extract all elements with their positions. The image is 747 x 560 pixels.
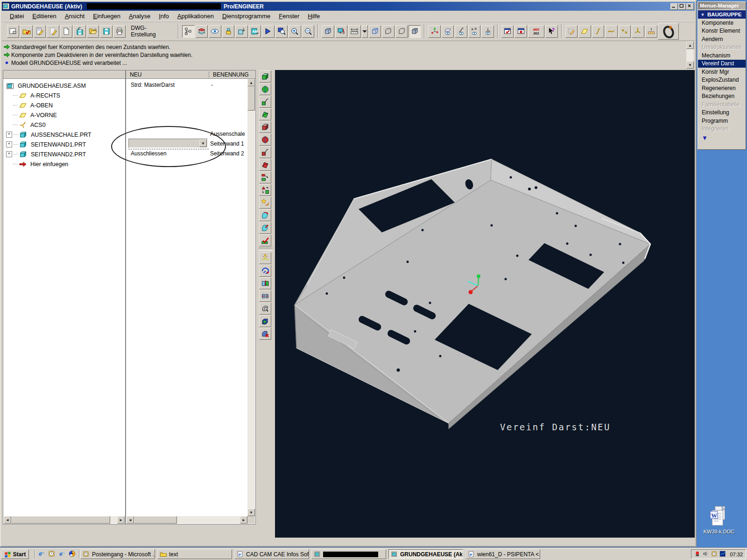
scroll-thumb[interactable] <box>247 86 255 111</box>
task-button-3[interactable] <box>311 549 386 559</box>
datum-plane-tool-button[interactable] <box>578 25 591 38</box>
component-move-tool-button[interactable] <box>259 302 271 315</box>
columns-horizontal-scrollbar[interactable]: ◄ ► <box>127 516 247 524</box>
scroll-right-button[interactable]: ► <box>117 516 125 524</box>
edit-trail-button[interactable] <box>34 25 46 38</box>
task-button-0[interactable]: Posteingang - Microsoft ... <box>80 549 155 559</box>
tree-item-grundgehaeuse-asm[interactable]: GRUNDGEHAEUSE.ASM <box>3 81 125 91</box>
graphics-viewport[interactable]: Vereinf Darst:NEU <box>275 70 695 538</box>
menu-ansicht[interactable]: Ansicht <box>61 12 89 21</box>
no-hidden-button[interactable] <box>395 25 408 38</box>
model-tree-toggle-button[interactable] <box>182 25 194 38</box>
menu-item-vereinf-darst[interactable]: Vereinf Darst <box>698 60 746 68</box>
datum-csys-display-button[interactable] <box>481 25 493 38</box>
menu-hilfe[interactable]: Hilfe <box>303 12 324 21</box>
title-bar[interactable]: GRUNDGEHAEUSE (Aktiv) Pro/ENGINEER <box>2 2 695 11</box>
component-connect-tool-button[interactable] <box>259 290 271 302</box>
shaded-button[interactable] <box>409 25 421 38</box>
task-button-2[interactable]: eCAD CAM CAE Infos Soft... <box>234 549 309 559</box>
component-datum-tool-button[interactable] <box>259 252 271 264</box>
blend-cut-tool-button[interactable] <box>259 159 271 171</box>
tray-reminder-icon[interactable] <box>711 551 718 558</box>
menu-applikationen[interactable]: Applikationen <box>173 12 218 21</box>
context-help-button[interactable]: ? <box>545 25 557 38</box>
tray-volume-icon[interactable] <box>703 551 710 558</box>
orient-saved-views-button[interactable] <box>235 25 247 38</box>
message-scrollbar[interactable]: ▲ ▼ <box>686 42 694 69</box>
add-component-tool-button[interactable] <box>259 265 271 277</box>
media-player-icon[interactable] <box>69 550 77 558</box>
expand-button[interactable]: + <box>6 141 12 147</box>
menu-item-programm[interactable]: Programm <box>698 117 746 125</box>
tree-item-aussenschale-prt[interactable]: +AUSSENSCHALE.PRT <box>3 130 125 140</box>
new-file-button[interactable] <box>60 25 72 38</box>
tray-network-icon[interactable] <box>719 551 726 558</box>
close-button[interactable] <box>686 3 694 10</box>
menu-datei[interactable]: Datei <box>6 12 28 21</box>
blend-tool-button[interactable] <box>259 108 271 120</box>
start-button[interactable]: Start <box>1 549 29 559</box>
scroll-thumb[interactable] <box>11 516 110 524</box>
menu-fenster[interactable]: Fenster <box>275 12 303 21</box>
tree-item-a-oben[interactable]: A-OBEN <box>3 100 125 110</box>
outlook-launch-icon[interactable] <box>48 550 56 558</box>
menu-item-einstellung[interactable]: Einstellung <box>698 109 746 117</box>
analysis-measure-button[interactable] <box>645 25 657 38</box>
component-delete-tool-button[interactable] <box>259 328 271 340</box>
spin-center-button[interactable] <box>428 25 440 38</box>
maximize-button[interactable] <box>678 3 686 10</box>
scroll-down-button[interactable]: ▼ <box>686 61 694 69</box>
decimal-places-button[interactable]: .001.002 <box>528 25 544 38</box>
scroll-left-button[interactable]: ◄ <box>4 516 11 524</box>
menu-info[interactable]: Info <box>155 12 173 21</box>
scroll-thumb[interactable] <box>134 516 177 524</box>
flexible-move-tool-button[interactable] <box>259 209 271 221</box>
scroll-left-button[interactable]: ◄ <box>127 516 134 524</box>
internet-explorer-icon[interactable]: e <box>38 550 46 558</box>
desktop-icon-kw39[interactable]: W KW39-k.DOC <box>700 506 738 534</box>
zoom-region-button[interactable] <box>275 25 288 38</box>
datum-axis-display-button[interactable] <box>455 25 467 38</box>
tree-item-a-rechts[interactable]: A-RECHTS <box>3 91 125 100</box>
print-button[interactable] <box>113 25 126 38</box>
set-working-directory-button[interactable] <box>20 25 32 38</box>
combobox-dropdown-button[interactable]: ▼ <box>199 140 207 147</box>
appearance-button[interactable]: AB <box>249 25 261 38</box>
representation-combobox[interactable]: ▼ <box>128 139 208 148</box>
copy-feature-tool-button[interactable] <box>259 171 271 183</box>
tree-item-acs0[interactable]: ACS0 <box>3 120 125 130</box>
measure-button[interactable] <box>348 25 360 38</box>
menu-item-aendern[interactable]: Aendern <box>698 35 746 43</box>
pattern-tool-button[interactable] <box>259 184 271 196</box>
erase-not-displayed-button[interactable] <box>47 25 59 38</box>
columns-vertical-scrollbar[interactable]: ▲ ▼ <box>247 79 255 516</box>
menu-analyse[interactable]: Analyse <box>125 12 155 21</box>
tree-item-hier-einfuegen[interactable]: Hier einfuegen <box>3 159 125 169</box>
menu-item-komponente[interactable]: Komponente <box>698 19 746 27</box>
scroll-up-button[interactable]: ▲ <box>686 42 694 49</box>
refit-button[interactable] <box>322 25 334 38</box>
flexible-attach-tool-button[interactable] <box>259 222 271 234</box>
column-header-neu[interactable]: NEU <box>126 71 209 78</box>
menue-manager-titlebar[interactable]: Menue-Manager <box>698 2 746 9</box>
menu-dienstprogramme[interactable]: Dienstprogramme <box>218 12 275 21</box>
open-file-button[interactable] <box>87 25 99 38</box>
menu-editieren[interactable]: Editieren <box>28 12 60 21</box>
wireframe-button[interactable] <box>369 25 381 38</box>
tree-item-seitenwand2-prt[interactable]: +SEITENWAND2.PRT <box>3 149 125 159</box>
revolve-tool-button[interactable] <box>259 83 271 95</box>
component-assemble-tool-button[interactable] <box>259 277 271 289</box>
repaint-button[interactable] <box>262 25 274 38</box>
sweep-cut-tool-button[interactable] <box>259 146 271 158</box>
measure-flyout-button[interactable] <box>362 25 368 38</box>
task-button-4[interactable]: GRUNDGEHAEUSE (Ak... <box>388 549 463 559</box>
task-button-1[interactable]: text <box>157 549 232 559</box>
save-backup-button[interactable] <box>73 25 85 38</box>
datum-point-tool-button[interactable] <box>619 25 631 38</box>
zoom-out-button[interactable] <box>302 25 314 38</box>
internet-explorer-2-icon[interactable]: e <box>58 550 66 558</box>
datum-plane-display-button[interactable] <box>442 25 454 38</box>
datum-csys-tool-button[interactable] <box>632 25 644 38</box>
insert-mode-tool-button[interactable] <box>259 196 271 209</box>
minimize-button[interactable] <box>670 3 678 10</box>
